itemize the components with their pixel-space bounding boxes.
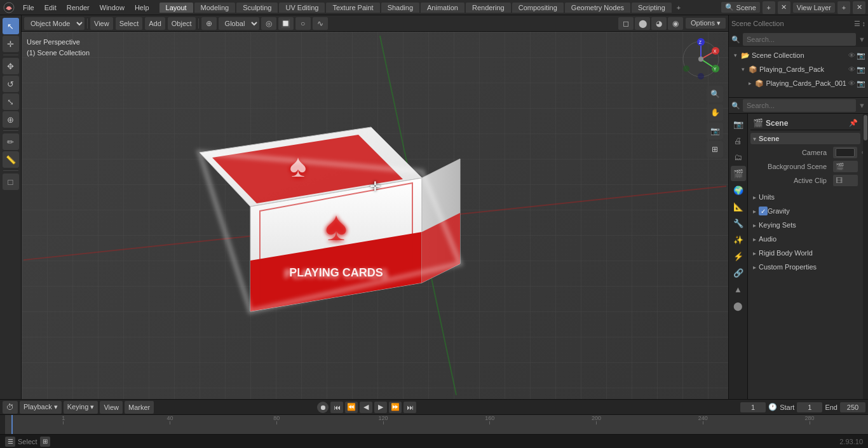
props-filter-icon[interactable]: ▼ xyxy=(858,102,865,109)
active-clip-value[interactable]: 🎞 xyxy=(833,175,858,186)
timeline-ruler[interactable]: 1 40 80 120 160 xyxy=(5,415,868,434)
expand-icon-3[interactable]: ▸ xyxy=(747,79,753,87)
audio-section-row[interactable]: ▸ Audio xyxy=(750,232,860,246)
snapping-btn[interactable]: 🔲 xyxy=(278,17,294,30)
playhead[interactable] xyxy=(11,415,13,434)
gravity-checkbox[interactable]: ✓ xyxy=(759,207,768,215)
play-fwd-btn[interactable]: ▶ xyxy=(374,402,387,413)
playback-menu-btn[interactable]: Playback ▾ xyxy=(20,401,62,414)
render-region-btn[interactable]: ⊞ xyxy=(707,141,723,158)
record-btn[interactable]: ⏺ xyxy=(317,402,329,413)
tab-modeling[interactable]: Modeling xyxy=(194,3,236,13)
props-tab-output[interactable]: 🖨 xyxy=(731,133,746,148)
tab-animation[interactable]: Animation xyxy=(421,3,465,13)
annotate-btn[interactable]: ✏ xyxy=(3,133,19,150)
gravity-section-row[interactable]: ▸ ✓ Gravity xyxy=(750,204,860,218)
props-tab-modifier[interactable]: 🔧 xyxy=(731,215,746,231)
transform-space-dropdown[interactable]: Global xyxy=(219,17,259,30)
viewport-shading-material[interactable]: ◕ xyxy=(651,17,667,30)
viewport-shading-wire[interactable]: ◻ xyxy=(618,17,634,30)
play-back-btn[interactable]: ◀ xyxy=(360,402,372,413)
scale-tool-btn[interactable]: ⤡ xyxy=(3,93,19,110)
restrict-render-icon[interactable]: 📷 xyxy=(857,51,865,60)
background-scene-value[interactable]: 🎬 xyxy=(833,161,858,172)
transform-tool-btn[interactable]: ⊕ xyxy=(3,111,19,128)
filter-icon[interactable]: ▼ xyxy=(858,36,865,43)
camera-btn[interactable]: 📷 xyxy=(707,123,723,139)
outliner-filter-btn[interactable]: ☰ xyxy=(854,20,860,28)
add-menu-btn[interactable]: Add xyxy=(145,17,165,30)
tab-uv-editing[interactable]: UV Editing xyxy=(279,3,325,13)
select-tool-btn[interactable]: ↖ xyxy=(3,18,19,34)
cursor-tool-btn[interactable]: ✛ xyxy=(3,36,19,52)
restrict-viewport-3-icon[interactable]: 👁 xyxy=(848,79,855,88)
tab-compositing[interactable]: Compositing xyxy=(512,3,564,13)
scene-remove-btn[interactable]: ✕ xyxy=(778,1,790,14)
tab-rendering[interactable]: Rendering xyxy=(466,3,511,13)
add-cube-btn[interactable]: □ xyxy=(3,173,19,190)
viewport-shading-solid[interactable]: ⬤ xyxy=(635,17,650,30)
properties-search-input[interactable] xyxy=(743,99,856,112)
props-tab-scene[interactable]: 🎬 xyxy=(731,166,746,181)
expand-icon-2[interactable]: ▾ xyxy=(739,65,747,73)
restrict-render-3-icon[interactable]: 📷 xyxy=(857,79,865,88)
keying-menu-btn[interactable]: Keying ▾ xyxy=(64,401,98,414)
tree-playing-cards-pack[interactable]: ▾ 📦 Playing_Cards_Pack 👁 📷 xyxy=(729,62,868,76)
tab-geometry-nodes[interactable]: Geometry Nodes xyxy=(565,3,630,13)
walk-mode-btn[interactable]: ✋ xyxy=(707,104,723,121)
status-menu-btn[interactable]: ☰ xyxy=(5,437,15,447)
menu-window[interactable]: Window xyxy=(95,3,130,13)
object-menu-btn[interactable]: Object xyxy=(168,17,196,30)
props-tab-material[interactable]: ⬤ xyxy=(731,298,746,313)
options-dropdown-btn[interactable]: Options ▾ xyxy=(686,18,726,29)
measure-btn[interactable]: 📏 xyxy=(3,151,19,168)
menu-help[interactable]: Help xyxy=(130,3,154,13)
end-frame-display[interactable]: 250 xyxy=(840,402,865,412)
pin-icon[interactable]: 📌 xyxy=(849,119,858,127)
tree-scene-collection[interactable]: ▾ 📂 Scene Collection 👁 📷 xyxy=(729,48,868,62)
falloff-btn[interactable]: ∿ xyxy=(313,17,328,30)
props-tab-world[interactable]: 🌍 xyxy=(731,182,746,198)
props-tab-constraints[interactable]: 🔗 xyxy=(731,265,746,280)
tab-texture-paint[interactable]: Texture Paint xyxy=(326,3,379,13)
current-frame-display[interactable]: 1 xyxy=(740,402,766,412)
marker-menu-btn[interactable]: Marker xyxy=(125,401,154,414)
add-workspace-tab[interactable]: + xyxy=(673,3,684,13)
pivot-point-btn[interactable]: ◎ xyxy=(261,17,276,30)
step-fwd-btn[interactable]: ⏩ xyxy=(389,402,402,413)
tab-layout[interactable]: Layout xyxy=(159,3,193,13)
jump-to-end-btn[interactable]: ⏭ xyxy=(403,402,416,413)
keying-sets-section-row[interactable]: ▸ Keying Sets xyxy=(750,218,860,232)
expand-icon[interactable]: ▾ xyxy=(731,51,739,59)
restrict-viewport-icon[interactable]: 👁 xyxy=(848,51,855,60)
rotate-tool-btn[interactable]: ↺ xyxy=(3,76,19,92)
view-layer-selector[interactable]: View Layer xyxy=(793,3,835,13)
props-tab-data[interactable]: ▲ xyxy=(731,282,746,297)
step-back-btn[interactable]: ⏪ xyxy=(345,402,358,413)
restrict-render-2-icon[interactable]: 📷 xyxy=(857,65,865,74)
props-tab-render[interactable]: 📷 xyxy=(731,116,746,132)
menu-file[interactable]: File xyxy=(18,3,39,13)
transform-gizmo-btn[interactable]: ⊕ xyxy=(201,17,217,30)
units-section-row[interactable]: ▸ Units xyxy=(750,190,860,204)
select-menu-btn[interactable]: Select xyxy=(116,17,143,30)
props-tab-physics[interactable]: ⚡ xyxy=(731,248,746,264)
outliner-search-input[interactable] xyxy=(743,33,856,46)
tree-playing-cards-pack-001[interactable]: ▸ 📦 Playing_Cards_Pack_001 👁 📷 xyxy=(729,76,868,90)
props-tab-view-layer[interactable]: 🗂 xyxy=(731,149,746,165)
object-mode-dropdown[interactable]: Object Mode xyxy=(24,17,85,30)
tab-scripting[interactable]: Scripting xyxy=(632,3,672,13)
tab-sculpting[interactable]: Sculpting xyxy=(236,3,278,13)
start-frame-display[interactable]: 1 xyxy=(797,402,822,412)
navigation-gizmo[interactable]: X Y Z xyxy=(679,37,723,81)
menu-edit[interactable]: Edit xyxy=(39,3,62,13)
scene-section-header[interactable]: ▾ Scene xyxy=(750,133,860,144)
view-menu-btn[interactable]: View xyxy=(90,17,113,30)
tab-shading[interactable]: Shading xyxy=(381,3,419,13)
view-layer-remove-btn[interactable]: ✕ xyxy=(853,1,865,14)
scene-add-btn[interactable]: + xyxy=(763,1,775,14)
timeline-mode-icon[interactable]: ⏱ xyxy=(3,401,18,414)
properties-scrollbar[interactable] xyxy=(863,114,868,399)
outliner-sort-btn[interactable]: ↕ xyxy=(862,20,866,28)
viewport-3d[interactable]: ♠ ♠ ♠ ♠ PLAYING CARDS PLAYING CARDS xyxy=(22,32,728,399)
